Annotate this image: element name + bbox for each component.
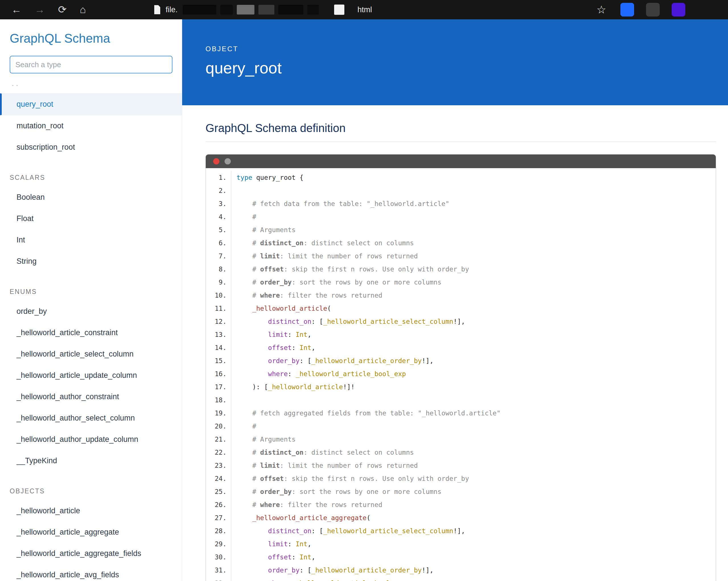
schema-definition-section: GraphQL Schema definition 1.type query_r… (182, 105, 728, 581)
home-icon[interactable]: ⌂ (80, 4, 86, 15)
type-hero-banner: OBJECT query_root (182, 19, 728, 105)
redacted-block (183, 5, 216, 15)
line-number: 11. (206, 302, 231, 315)
line-number: 14. (206, 341, 231, 354)
line-number: 5. (206, 223, 231, 236)
line-number: 16. (206, 367, 231, 380)
extension-icon-indigo[interactable] (672, 3, 685, 17)
line-number: 18. (206, 394, 231, 406)
line-number: 17. (206, 380, 231, 394)
reload-icon[interactable]: ⟳ (58, 4, 67, 15)
code-line: 15. order_by: [_helloworld_article_order… (206, 354, 716, 367)
extension-icon-gray[interactable] (646, 3, 660, 17)
code-line: 29. limit: Int, (206, 537, 716, 551)
code-line: 20. # (206, 420, 716, 433)
redacted-block (258, 5, 275, 15)
redacted-block (307, 5, 319, 15)
code-line: 5. # Arguments (206, 223, 716, 236)
code-line: 10. # where: filter the rows returned (206, 289, 716, 302)
line-number: 3. (206, 197, 231, 210)
code-line: 6. # distinct_on: distinct select on col… (206, 236, 716, 249)
code-line: 2. (206, 184, 716, 197)
code-line: 14. offset: Int, (206, 341, 716, 354)
code-line: 18. (206, 394, 716, 406)
page-file-icon (153, 5, 161, 15)
sidebar-item-_helloworld_article_avg_fields[interactable]: _helloworld_article_avg_fields (0, 564, 182, 581)
code-line: 16. where: _helloworld_article_bool_exp (206, 367, 716, 380)
line-number: 6. (206, 236, 231, 249)
code-line: 17. ): [_helloworld_article!]! (206, 380, 716, 394)
search-input[interactable] (10, 56, 173, 73)
sidebar-item-query_root[interactable]: query_root (0, 93, 182, 115)
code-line: 25. # order_by: sort the rows by one or … (206, 485, 716, 498)
redacted-url-blocks (183, 4, 352, 15)
collapsed-section-dots: ·· (0, 73, 182, 89)
address-bar[interactable]: file. html (153, 4, 372, 15)
section-divider (206, 141, 716, 142)
sidebar-item-mutation_root[interactable]: mutation_root (0, 115, 182, 137)
line-number: 15. (206, 354, 231, 367)
code-line: 32. where: _helloworld_article_bool_exp (206, 577, 716, 581)
window-close-icon (213, 158, 219, 164)
line-number: 8. (206, 263, 231, 276)
code-line: 8. # offset: skip the first n rows. Use … (206, 263, 716, 276)
code-line: 31. order_by: [_helloworld_article_order… (206, 564, 716, 577)
forward-icon[interactable]: → (35, 4, 45, 15)
sidebar-item-_helloworld_article[interactable]: _helloworld_article (0, 500, 182, 522)
sidebar-item-String[interactable]: String (0, 251, 182, 272)
code-window-titlebar (206, 155, 716, 168)
code-line: 26. # where: filter the rows returned (206, 498, 716, 511)
bookmark-star-icon[interactable]: ☆ (597, 3, 606, 16)
sidebar-item-Int[interactable]: Int (0, 229, 182, 251)
code-line: 21. # Arguments (206, 433, 716, 446)
sidebar-item-_helloworld_article_constraint[interactable]: _helloworld_article_constraint (0, 322, 182, 343)
code-line: 9. # order_by: sort the rows by one or m… (206, 276, 716, 289)
back-icon[interactable]: ← (11, 4, 22, 15)
definition-heading: GraphQL Schema definition (206, 122, 716, 135)
code-line: 27. _helloworld_article_aggregate( (206, 511, 716, 524)
section-header-enums: ENUMS (0, 272, 182, 301)
extension-icon-blue[interactable] (620, 3, 634, 17)
sidebar-item-_helloworld_author_update_column[interactable]: _helloworld_author_update_column (0, 429, 182, 450)
code-line: 1.type query_root { (206, 171, 716, 184)
sidebar-item-_helloworld_author_select_column[interactable]: _helloworld_author_select_column (0, 407, 182, 429)
sidebar-item-order_by[interactable]: order_by (0, 301, 182, 322)
sidebar-sections: SCALARSBooleanFloatIntStringENUMSorder_b… (0, 158, 182, 581)
browser-nav-buttons: ← → ⟳ ⌂ (0, 4, 86, 15)
sidebar-item-_helloworld_article_aggregate_fields[interactable]: _helloworld_article_aggregate_fields (0, 543, 182, 564)
line-number: 10. (206, 289, 231, 302)
line-number: 13. (206, 328, 231, 341)
redacted-block (237, 5, 255, 15)
window-minimize-icon (225, 158, 231, 164)
sidebar-item-_helloworld_author_constraint[interactable]: _helloworld_author_constraint (0, 386, 182, 407)
redacted-block (220, 5, 233, 15)
redacted-block (278, 5, 303, 15)
code-line: 22. # distinct_on: distinct select on co… (206, 446, 716, 459)
sidebar-item-Boolean[interactable]: Boolean (0, 187, 182, 208)
code-line: 28. distinct_on: [_helloworld_article_se… (206, 524, 716, 537)
sidebar-item-_helloworld_article_aggregate[interactable]: _helloworld_article_aggregate (0, 522, 182, 543)
sidebar-item-_helloworld_article_select_column[interactable]: _helloworld_article_select_column (0, 343, 182, 365)
schema-sidebar: GraphQL Schema ·· query_rootmutation_roo… (0, 19, 182, 581)
sidebar-item-Float[interactable]: Float (0, 208, 182, 229)
code-line: 3. # fetch data from the table: "_hellow… (206, 197, 716, 210)
sidebar-item-subscription_root[interactable]: subscription_root (0, 137, 182, 158)
code-line: 30. offset: Int, (206, 551, 716, 564)
main-content: OBJECT query_root GraphQL Schema definit… (182, 19, 728, 581)
line-number: 32. (206, 577, 231, 581)
line-number: 7. (206, 249, 231, 263)
sidebar-item-_helloworld_article_update_column[interactable]: _helloworld_article_update_column (0, 365, 182, 386)
line-number: 1. (206, 171, 231, 184)
line-number: 28. (206, 524, 231, 537)
page-title: query_root (206, 59, 728, 77)
code-line: 24. # offset: skip the first n rows. Use… (206, 472, 716, 485)
line-number: 9. (206, 276, 231, 289)
url-text-prefix: file. (166, 5, 178, 14)
sidebar-item-__TypeKind[interactable]: __TypeKind (0, 450, 182, 472)
code-line: 13. limit: Int, (206, 328, 716, 341)
code-line: 12. distinct_on: [_helloworld_article_se… (206, 315, 716, 328)
line-number: 19. (206, 406, 231, 420)
redacted-block (334, 4, 344, 15)
code-editor: 1.type query_root {2.3. # fetch data fro… (206, 168, 716, 581)
code-line: 7. # limit: limit the number of rows ret… (206, 249, 716, 263)
